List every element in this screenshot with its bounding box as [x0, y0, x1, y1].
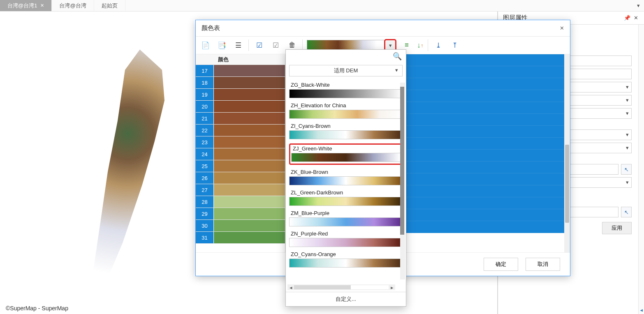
hscroll-thumb[interactable]: [294, 285, 351, 289]
row-index: 19: [196, 89, 214, 100]
row-color-swatch[interactable]: [214, 65, 285, 76]
bg-picker-button[interactable]: ↖: [621, 207, 632, 217]
color-table-rows: 171819202122232425262728293031: [196, 65, 285, 252]
table-row[interactable]: 27: [196, 184, 285, 196]
tab-taiwan-1[interactable]: 台湾@台湾1 ✕: [0, 0, 52, 11]
gradient-list[interactable]: ZG_Black-WhiteZH_Elevation for ChinaZI_C…: [286, 78, 406, 292]
cancel-button[interactable]: 取消: [526, 258, 560, 271]
chevron-down-icon: ▾: [626, 97, 629, 103]
row-color-swatch[interactable]: [214, 160, 285, 172]
gradient-item-name: ZG_Black-White: [291, 82, 403, 88]
dialog-header[interactable]: 颜色表 ✕: [196, 20, 570, 37]
tab-overflow-button[interactable]: ▾: [633, 0, 644, 11]
copy-icon[interactable]: 📑: [215, 39, 228, 51]
reverse-icon[interactable]: ↓↑: [417, 41, 424, 50]
chevron-icon: ▸: [640, 28, 643, 314]
table-row[interactable]: 21: [196, 113, 285, 125]
close-icon[interactable]: ✕: [632, 15, 640, 21]
table-row[interactable]: 26: [196, 172, 285, 184]
chevron-down-icon: ▾: [626, 132, 629, 138]
export-icon[interactable]: ⤒: [449, 39, 461, 51]
map-render-placeholder: [66, 44, 189, 299]
row-index: 31: [196, 232, 214, 243]
panel-side-strip[interactable]: ▸: [638, 25, 644, 314]
scroll-left-icon[interactable]: ◂: [287, 284, 294, 291]
search-icon[interactable]: 🔍: [393, 52, 402, 61]
gradient-item[interactable]: ZK_Blue-Brown: [289, 169, 403, 185]
insert-row-icon[interactable]: ☰: [232, 39, 244, 51]
chevron-down-icon: ▾: [626, 110, 629, 116]
gradient-filter-row: 适用 DEM ▾: [286, 63, 406, 78]
gradient-hscrollbar[interactable]: ◂ ▸: [287, 284, 395, 290]
gradient-item[interactable]: ZI_Cyans-Brown: [289, 123, 403, 139]
table-row[interactable]: 28: [196, 196, 285, 208]
row-index: 22: [196, 125, 214, 136]
close-icon[interactable]: ✕: [560, 25, 564, 31]
table-row[interactable]: 31: [196, 232, 285, 244]
scale-picker-button[interactable]: ↖: [621, 164, 632, 175]
gradient-scrollbar[interactable]: [400, 83, 405, 279]
row-color-swatch[interactable]: [214, 172, 285, 184]
close-icon[interactable]: ✕: [40, 3, 44, 8]
row-index: 20: [196, 101, 214, 112]
gradient-swatch: [289, 217, 403, 226]
gradient-item[interactable]: ZM_Blue-Purple: [289, 210, 403, 226]
gradient-item[interactable]: ZG_Black-White: [289, 82, 403, 98]
gradient-dropdown-popup: 🔍 适用 DEM ▾ ZG_Black-WhiteZH_Elevation fo…: [285, 49, 406, 307]
scroll-right-icon[interactable]: ▸: [389, 284, 395, 291]
gradient-filter-combo[interactable]: 适用 DEM ▾: [289, 65, 403, 76]
table-row[interactable]: 23: [196, 136, 285, 148]
values-scrollbar[interactable]: [564, 54, 570, 252]
table-row[interactable]: 25: [196, 160, 285, 172]
gradient-item[interactable]: ZN_Purple-Red: [289, 231, 403, 247]
table-row[interactable]: 29: [196, 208, 285, 220]
gradient-item[interactable]: ZH_Elevation for China: [289, 102, 403, 119]
table-row[interactable]: 30: [196, 220, 285, 232]
table-row[interactable]: 24: [196, 148, 285, 160]
gradient-swatch: [289, 176, 403, 185]
color-index-pane: 颜色 171819202122232425262728293031: [196, 54, 285, 252]
pointer-icon: ↖: [624, 209, 629, 215]
gradient-swatch: [289, 259, 403, 268]
table-row[interactable]: 18: [196, 77, 285, 89]
gradient-item[interactable]: ZL_Green-DarkBrown: [289, 189, 403, 206]
copyright-text: ©SuperMap - SuperMap: [6, 305, 68, 312]
pin-icon[interactable]: 📌: [622, 15, 632, 21]
tab-start-page[interactable]: 起始页: [94, 0, 125, 11]
check-all-icon[interactable]: ☑: [253, 39, 265, 51]
uncheck-all-icon[interactable]: ☑: [269, 39, 282, 51]
gradient-custom-button[interactable]: 自定义...: [286, 292, 406, 306]
ok-button[interactable]: 确定: [484, 258, 518, 271]
document-tab-bar: 台湾@台湾1 ✕ 台湾@台湾 起始页 ▾: [0, 0, 644, 12]
row-color-swatch[interactable]: [214, 232, 285, 243]
gradient-item[interactable]: ZO_Cyans-Orange: [289, 251, 403, 268]
row-color-swatch[interactable]: [214, 136, 285, 148]
row-color-swatch[interactable]: [214, 184, 285, 196]
gradient-item-name: ZJ_Green-White: [293, 145, 401, 152]
scrollbar-thumb[interactable]: [565, 145, 569, 223]
row-index: 26: [196, 172, 214, 184]
scrollbar-thumb[interactable]: [400, 87, 404, 235]
row-index: 24: [196, 148, 214, 160]
table-row[interactable]: 17: [196, 65, 285, 77]
row-color-swatch[interactable]: [214, 196, 285, 208]
table-row[interactable]: 19: [196, 89, 285, 101]
gradient-item-name: ZH_Elevation for China: [291, 102, 403, 109]
row-color-swatch[interactable]: [214, 125, 285, 136]
row-color-swatch[interactable]: [214, 148, 285, 160]
import-icon[interactable]: ⤓: [432, 39, 445, 51]
tab-taiwan[interactable]: 台湾@台湾: [52, 0, 94, 11]
row-color-swatch[interactable]: [214, 208, 285, 219]
chevron-down-icon: ▾: [395, 67, 398, 73]
row-color-swatch[interactable]: [214, 77, 285, 88]
row-color-swatch[interactable]: [214, 101, 285, 112]
row-color-swatch[interactable]: [214, 89, 285, 100]
row-color-swatch[interactable]: [214, 113, 285, 124]
gradient-item[interactable]: ZJ_Green-White: [289, 143, 403, 165]
row-color-swatch[interactable]: [214, 220, 285, 231]
apply-button[interactable]: 应用: [602, 222, 632, 234]
table-row[interactable]: 22: [196, 125, 285, 136]
dialog-title: 颜色表: [202, 24, 560, 32]
new-doc-icon[interactable]: 📄: [199, 39, 211, 51]
table-row[interactable]: 20: [196, 101, 285, 113]
